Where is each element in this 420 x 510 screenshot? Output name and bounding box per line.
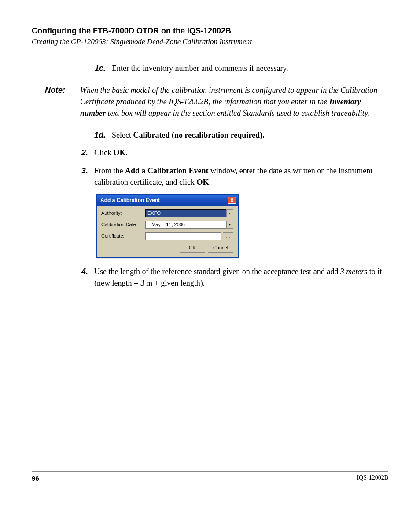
step-2-number: 2.	[76, 147, 94, 158]
add-calibration-event-dialog: Add a Calibration Event X Authority: EXF…	[96, 194, 239, 258]
page-header-subtitle: Creating the GP-120963: Singlemode Dead-…	[32, 37, 388, 46]
dialog-titlebar[interactable]: Add a Calibration Event X	[97, 195, 238, 206]
note-block: Note: When the basic model of the calibr…	[45, 84, 388, 119]
step-3: 3. From the Add a Calibration Event wind…	[76, 165, 388, 188]
step-3-text: From the Add a Calibration Event window,…	[94, 165, 388, 188]
note-label: Note:	[45, 84, 80, 119]
close-icon[interactable]: X	[228, 197, 236, 204]
note-body: When the basic model of the calibration …	[80, 84, 388, 119]
step-2-bold: OK	[114, 148, 126, 157]
dialog-title-text: Add a Calibration Event	[100, 197, 160, 204]
note-text-post: text box will appear in the section enti…	[106, 109, 369, 117]
header-rule	[32, 49, 388, 49]
ok-button[interactable]: OK	[180, 244, 205, 253]
calibration-date-label: Calibration Date:	[101, 221, 145, 228]
page-number: 96	[32, 474, 39, 482]
calibration-date-dropdown-icon[interactable]: ▾	[226, 221, 233, 229]
dialog-body: Authority: EXFO ▾ Calibration Date: May …	[97, 206, 238, 257]
step-1d-number: 1d.	[89, 129, 112, 141]
step-2-pre: Click	[94, 148, 114, 157]
page-footer: 96 IQS-12002B	[32, 471, 388, 482]
authority-input[interactable]: EXFO	[145, 209, 226, 217]
footer-rule	[32, 471, 388, 472]
step-1c-number: 1c.	[89, 62, 112, 74]
calibration-date-row: Calibration Date: May 11, 2006 ▾	[101, 221, 233, 229]
step-4-pre: Use the length of the reference standard…	[94, 267, 340, 276]
step-1c-text: Enter the inventory number and comments …	[112, 62, 388, 74]
cancel-button[interactable]: Cancel	[208, 244, 233, 253]
authority-row: Authority: EXFO ▾	[101, 209, 233, 217]
step-2: 2. Click OK.	[76, 147, 388, 158]
step-1d-pre: Select	[112, 131, 133, 139]
step-4-text: Use the length of the reference standard…	[94, 266, 388, 289]
step-3-number: 3.	[76, 165, 94, 188]
step-1d-bold: Calibrated (no recalibration required).	[133, 131, 264, 139]
calibration-date-input[interactable]: May 11, 2006	[145, 221, 226, 229]
step-4-italic: 3 meters	[340, 267, 368, 276]
step-1c: 1c. Enter the inventory number and comme…	[89, 62, 388, 74]
step-2-text: Click OK.	[94, 147, 388, 158]
step-3-post: .	[209, 178, 211, 187]
step-1d-text: Select Calibrated (no recalibration requ…	[112, 129, 388, 141]
step-3-pre: From the	[94, 166, 125, 175]
step-1d: 1d. Select Calibrated (no recalibration …	[89, 129, 388, 141]
step-2-post: .	[126, 148, 128, 157]
step-4: 4. Use the length of the reference stand…	[76, 266, 388, 289]
authority-label: Authority:	[101, 210, 145, 217]
step-4-number: 4.	[76, 266, 94, 289]
certificate-input[interactable]	[145, 232, 221, 240]
page-header-title: Configuring the FTB-7000D OTDR on the IQ…	[32, 26, 388, 36]
certificate-label: Certificate:	[101, 233, 145, 240]
authority-dropdown-icon[interactable]: ▾	[226, 209, 233, 217]
footer-model: IQS-12002B	[357, 474, 388, 482]
step-3-bold1: Add a Calibration Event	[125, 166, 209, 175]
certificate-row: Certificate: ...	[101, 232, 233, 240]
dialog-button-row: OK Cancel	[101, 244, 233, 253]
step-3-bold2: OK	[196, 178, 209, 187]
certificate-browse-button[interactable]: ...	[223, 232, 233, 240]
